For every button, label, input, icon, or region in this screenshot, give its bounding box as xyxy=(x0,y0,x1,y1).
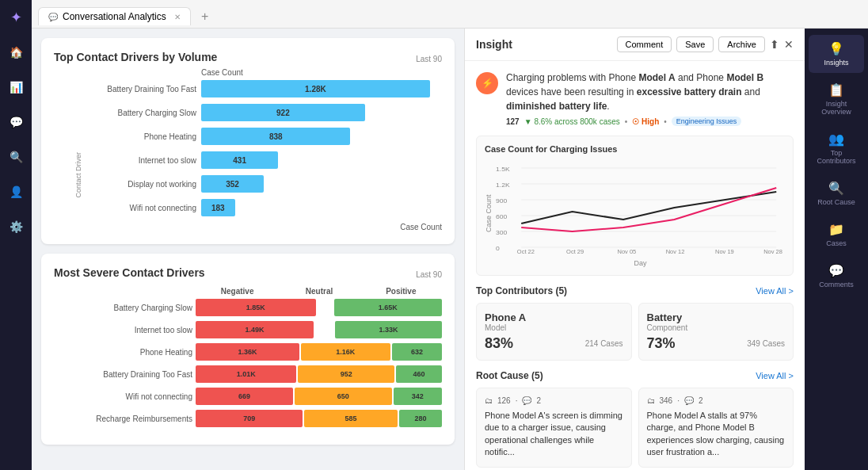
insight-content: ⚡ Charging problems with Phone Model A a… xyxy=(465,61,805,470)
tab-close-button[interactable]: ✕ xyxy=(174,13,181,21)
comment-icon: 💬 xyxy=(684,396,694,405)
close-icon[interactable]: ✕ xyxy=(784,38,794,51)
nav-logo[interactable]: ✦ xyxy=(5,6,27,29)
comment-count-1: 2 xyxy=(536,396,541,405)
alert-meta: 127 ▼ 8.6% across 800k cases • ☉ High • … xyxy=(506,117,794,126)
x-axis-label: Case Count xyxy=(400,223,442,231)
svg-text:Oct 29: Oct 29 xyxy=(566,248,584,255)
file-icon: 🗂 xyxy=(485,396,493,405)
priority-dot: • xyxy=(625,117,628,126)
insight-panel: Insight Comment Save Archive ⬆ ✕ ⚡ Charg… xyxy=(464,29,805,470)
contributor-type: Component xyxy=(647,323,786,332)
dot-separator: · xyxy=(677,396,680,405)
line-chart-y-label: Case Count xyxy=(485,160,493,267)
comment-button[interactable]: Comment xyxy=(617,36,672,52)
comment-icon: 💬 xyxy=(522,396,531,405)
table-row: Battery Charging Slow 922 xyxy=(70,104,442,121)
root-cause-count-2: 346 xyxy=(660,396,673,405)
x-axis-day-label: Day xyxy=(496,259,785,267)
root-cause-icon: 🔍 xyxy=(828,181,844,196)
root-cause-view-all[interactable]: View All > xyxy=(756,371,794,380)
tab-icon: 💬 xyxy=(48,13,58,21)
nav-settings[interactable]: ⚙️ xyxy=(5,216,27,238)
col-neutral: Neutral xyxy=(278,287,360,296)
svg-text:600: 600 xyxy=(496,212,508,220)
table-row: Battery Draining Too Fast 1.01K 952 460 xyxy=(70,365,442,383)
top-chart-last-badge: Last 90 xyxy=(416,55,442,63)
svg-text:300: 300 xyxy=(496,228,508,236)
root-cause-card-1: 🗂 126 · 💬 2 Phone Model A's screen is di… xyxy=(476,388,632,468)
svg-text:Nov 05: Nov 05 xyxy=(618,248,637,255)
most-severe-drivers-card: Most Severe Contact Drivers Last 90 Nega… xyxy=(41,254,455,445)
tab-conversational-analytics[interactable]: 💬 Conversational Analytics ✕ xyxy=(38,7,191,25)
charts-panel: Top Contact Drivers by Volume Last 90 Ca… xyxy=(32,29,464,470)
table-row: Internet too slow 1.49K 1.33K xyxy=(70,321,442,338)
svg-text:900: 900 xyxy=(496,197,508,204)
svg-text:1.2K: 1.2K xyxy=(496,181,510,189)
svg-text:Nov 12: Nov 12 xyxy=(666,248,685,255)
line-chart-section: Case Count for Charging Issues Case Coun… xyxy=(476,136,794,276)
root-cause-text-2: Phone Model A stalls at 97% charge, and … xyxy=(647,410,786,459)
alert-icon: ⚡ xyxy=(476,72,498,94)
table-row: Battery Charging Slow 1.85K 1.65K xyxy=(70,299,442,316)
contributor-cases: 214 Cases xyxy=(585,339,623,348)
table-row: Phone Heating 838 xyxy=(70,128,442,145)
nav-home[interactable]: 🏠 xyxy=(5,41,27,63)
save-button[interactable]: Save xyxy=(676,36,714,52)
right-nav-insight-overview[interactable]: 📋 Insight Overview xyxy=(809,76,864,122)
table-row: Recharge Reimbursements 709 585 280 xyxy=(70,410,442,427)
contributors-header: Top Contributors (5) View All > xyxy=(476,285,794,296)
pct-text: ▼ 8.6% across 800k cases xyxy=(524,117,620,126)
right-navigation: 💡 Insights 📋 Insight Overview 👥 Top Cont… xyxy=(805,29,868,470)
root-cause-card-2: 🗂 346 · 💬 2 Phone Model A stalls at 97% … xyxy=(638,388,794,468)
nav-chat[interactable]: 💬 xyxy=(5,111,27,133)
nav-search[interactable]: 🔍 xyxy=(5,146,27,168)
comments-nav-label: Comments xyxy=(819,281,854,288)
contributor-stats: 73% 349 Cases xyxy=(647,335,786,352)
engineering-tag: Engineering Issues xyxy=(672,117,742,126)
right-nav-insights[interactable]: 💡 Insights xyxy=(809,35,864,73)
left-navigation: ✦ 🏠 📊 💬 🔍 👤 ⚙️ xyxy=(0,0,32,470)
nav-user[interactable]: 👤 xyxy=(5,181,27,203)
contributors-nav-label: Top Contributors xyxy=(812,149,861,165)
main-area: 💬 Conversational Analytics ✕ + Top Conta… xyxy=(32,0,868,470)
right-nav-top-contributors[interactable]: 👥 Top Contributors xyxy=(809,125,864,171)
contributor-pct: 83% xyxy=(485,335,513,352)
svg-text:Nov 28: Nov 28 xyxy=(763,248,782,255)
new-tab-button[interactable]: + xyxy=(194,6,216,28)
archive-button[interactable]: Archive xyxy=(718,36,765,52)
table-row: Display not working 352 xyxy=(70,175,442,193)
contributor-type: Model xyxy=(485,323,623,332)
contributor-name: Phone A xyxy=(485,311,623,323)
y-axis-label: Contact Driver xyxy=(74,152,82,198)
right-nav-cases[interactable]: 📁 Cases xyxy=(809,216,864,254)
severe-chart-title: Most Severe Contact Drivers xyxy=(54,266,205,279)
root-cause-meta-1: 🗂 126 · 💬 2 xyxy=(485,396,623,405)
comments-icon: 💬 xyxy=(828,263,844,278)
col-negative: Negative xyxy=(196,287,278,296)
insight-actions: Comment Save Archive ⬆ ✕ xyxy=(617,36,794,52)
nav-analytics[interactable]: 📊 xyxy=(5,76,27,98)
contributors-title: Top Contributors (5) xyxy=(476,285,567,296)
stacked-chart-rows: Battery Charging Slow 1.85K 1.65K Intern… xyxy=(70,299,442,427)
root-cause-meta-2: 🗂 346 · 💬 2 xyxy=(647,396,786,405)
table-row: Internet too slow 431 xyxy=(70,151,442,169)
case-count: 127 xyxy=(506,117,520,126)
alert-text: Charging problems with Phone Model A and… xyxy=(506,71,794,113)
insight-header: Insight Comment Save Archive ⬆ ✕ xyxy=(465,29,805,61)
bar-chart-rows: Battery Draining Too Fast 1.28K Battery … xyxy=(70,80,442,216)
overview-label: Insight Overview xyxy=(812,100,861,116)
contributor-card-phone-a: Phone A Model 83% 214 Cases xyxy=(476,303,632,361)
alert-body: Charging problems with Phone Model A and… xyxy=(506,71,794,126)
tag-dot: • xyxy=(664,117,667,126)
share-icon[interactable]: ⬆ xyxy=(770,38,779,51)
right-nav-root-cause[interactable]: 🔍 Root Cause xyxy=(809,174,864,212)
insights-label: Insights xyxy=(824,59,848,67)
contributors-view-all[interactable]: View All > xyxy=(756,286,794,296)
svg-text:1.5K: 1.5K xyxy=(496,165,510,173)
overview-icon: 📋 xyxy=(828,82,844,97)
root-cause-section: Root Cause (5) View All > 🗂 126 · 💬 2 xyxy=(476,370,794,468)
right-nav-comments[interactable]: 💬 Comments xyxy=(809,257,864,295)
contributor-card-battery: Battery Component 73% 349 Cases xyxy=(638,303,794,361)
case-count-header: Case Count xyxy=(201,68,442,77)
